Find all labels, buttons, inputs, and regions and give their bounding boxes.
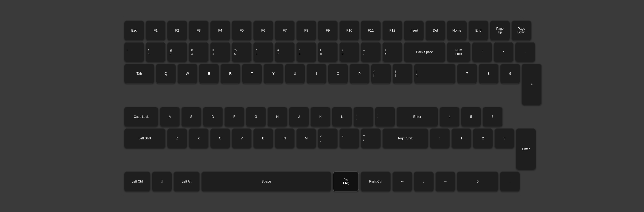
key-1[interactable]: !1 <box>146 42 166 62</box>
key-j[interactable]: J <box>289 107 309 127</box>
key-k[interactable]: K <box>310 107 330 127</box>
key-f4[interactable]: F4 <box>210 21 230 41</box>
key-b[interactable]: B <box>253 128 273 148</box>
key-num-9[interactable]: 9 <box>500 64 520 84</box>
key-num-lock[interactable]: NumLock <box>447 42 471 62</box>
key-f12[interactable]: F12 <box>382 21 402 41</box>
key-home[interactable]: Home <box>447 21 467 41</box>
key-y[interactable]: Y <box>263 64 283 84</box>
key-f5[interactable]: F5 <box>232 21 252 41</box>
key-num-6[interactable]: 6 <box>483 107 503 127</box>
key-w[interactable]: W <box>177 64 197 84</box>
key-page-up[interactable]: PageUp <box>490 21 510 41</box>
key-0[interactable]: )0 <box>339 42 359 62</box>
key-arrow-down[interactable]: ↓ <box>414 171 434 191</box>
key-num-4[interactable]: 4 <box>440 107 460 127</box>
key-n[interactable]: N <box>275 128 295 148</box>
key-num-3[interactable]: 3 <box>494 128 514 148</box>
key-num-7[interactable]: 7 <box>457 64 477 84</box>
key-semicolon[interactable]: :; <box>353 107 373 127</box>
key-right-shift[interactable]: Right Shift <box>382 128 428 148</box>
key-left-bracket[interactable]: {[ <box>371 64 391 84</box>
key-caps-lock[interactable]: Caps Lock <box>124 107 158 127</box>
key-minus[interactable]: –- <box>361 42 381 62</box>
key-7[interactable]: &7 <box>275 42 295 62</box>
key-m[interactable]: M <box>296 128 316 148</box>
key-arrow-up[interactable]: ↑ <box>430 128 450 148</box>
key-f10[interactable]: F10 <box>339 21 359 41</box>
key-t[interactable]: T <box>242 64 262 84</box>
key-num-asterisk[interactable]: * <box>494 42 514 62</box>
key-5[interactable]: %5 <box>232 42 252 62</box>
key-num-enter[interactable]: Enter <box>516 128 536 170</box>
key-num-plus[interactable]: + <box>522 64 542 105</box>
key-4[interactable]: $4 <box>210 42 230 62</box>
key-f7[interactable]: F7 <box>275 21 295 41</box>
key-tab[interactable]: Tab <box>124 64 154 84</box>
key-a[interactable]: A <box>160 107 180 127</box>
function-row: Esc F1 F2 F3 F4 F5 F6 F7 F8 F9 F10 F11 F… <box>124 21 520 41</box>
key-del[interactable]: Del <box>425 21 445 41</box>
key-apostrophe[interactable]: "' <box>375 107 395 127</box>
key-space[interactable]: Space <box>201 171 331 191</box>
key-3[interactable]: #3 <box>189 42 209 62</box>
key-enter[interactable]: Enter <box>397 107 438 127</box>
key-num-minus[interactable]: - <box>515 42 535 62</box>
key-o[interactable]: O <box>328 64 348 84</box>
key-l[interactable]: L <box>332 107 352 127</box>
key-backslash[interactable]: |\ <box>414 64 456 84</box>
key-slash[interactable]: ?/ <box>361 128 381 148</box>
key-num-dot[interactable]: . <box>500 171 520 191</box>
key-s[interactable]: S <box>181 107 201 127</box>
key-super[interactable]:  <box>152 171 172 191</box>
key-f3[interactable]: F3 <box>189 21 209 41</box>
key-backspace[interactable]: Back Space <box>404 42 445 62</box>
key-c[interactable]: C <box>210 128 230 148</box>
key-9[interactable]: (9 <box>318 42 338 62</box>
key-x[interactable]: X <box>189 128 209 148</box>
key-f1[interactable]: F1 <box>146 21 166 41</box>
key-d[interactable]: D <box>203 107 223 127</box>
key-backtick[interactable]: ~` <box>124 42 144 62</box>
key-left-shift[interactable]: Left Shift <box>124 128 166 148</box>
key-comma[interactable]: <, <box>318 128 338 148</box>
key-any-lm[interactable]: Any LM( <box>333 171 359 191</box>
key-h[interactable]: H <box>267 107 287 127</box>
key-num-5[interactable]: 5 <box>461 107 481 127</box>
key-u[interactable]: U <box>285 64 305 84</box>
key-equals[interactable]: += <box>382 42 402 62</box>
key-arrow-left[interactable]: ← <box>392 171 412 191</box>
key-r[interactable]: R <box>220 64 240 84</box>
key-g[interactable]: G <box>246 107 266 127</box>
key-f8[interactable]: F8 <box>296 21 316 41</box>
key-f9[interactable]: F9 <box>318 21 338 41</box>
key-i[interactable]: I <box>307 64 326 84</box>
key-6[interactable]: ^6 <box>253 42 273 62</box>
key-insert[interactable]: Insert <box>404 21 424 41</box>
key-num-slash[interactable]: / <box>472 42 492 62</box>
key-esc[interactable]: Esc <box>124 21 144 41</box>
key-right-ctrl[interactable]: Right Ctrl <box>361 171 391 191</box>
key-num-1[interactable]: 1 <box>451 128 471 148</box>
key-num-0[interactable]: 0 <box>457 171 498 191</box>
key-2[interactable]: @2 <box>167 42 187 62</box>
key-f11[interactable]: F11 <box>361 21 381 41</box>
key-v[interactable]: V <box>232 128 252 148</box>
key-f6[interactable]: F6 <box>253 21 273 41</box>
key-num-8[interactable]: 8 <box>479 64 499 84</box>
key-page-down[interactable]: PageDown <box>511 21 531 41</box>
key-num-2[interactable]: 2 <box>473 128 493 148</box>
key-f2[interactable]: F2 <box>167 21 187 41</box>
key-q[interactable]: Q <box>156 64 176 84</box>
key-8[interactable]: *8 <box>296 42 316 62</box>
key-arrow-right[interactable]: → <box>435 171 455 191</box>
key-p[interactable]: P <box>350 64 369 84</box>
key-right-bracket[interactable]: }] <box>393 64 413 84</box>
key-end[interactable]: End <box>468 21 488 41</box>
key-z[interactable]: Z <box>167 128 187 148</box>
key-left-alt[interactable]: Left Alt <box>173 171 200 191</box>
key-period[interactable]: >. <box>339 128 359 148</box>
key-e[interactable]: E <box>199 64 219 84</box>
key-f[interactable]: F <box>224 107 244 127</box>
key-left-ctrl[interactable]: Left Ctrl <box>124 171 150 191</box>
